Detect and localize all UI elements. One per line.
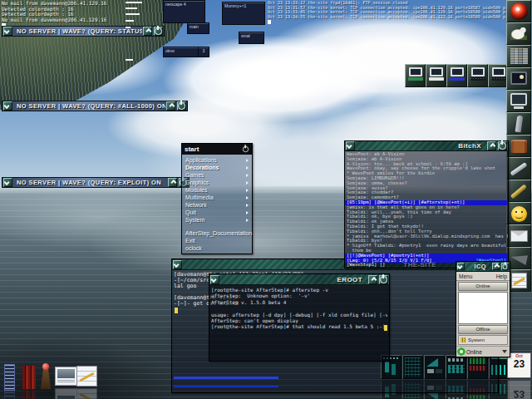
wharf-tile-computer-white[interactable]: [426, 64, 446, 87]
computer-icon: [471, 67, 485, 76]
computer-base: [470, 77, 485, 81]
chevron-down-icon: [4, 103, 10, 109]
titlebar[interactable]: BitchX: [345, 141, 508, 151]
help-button[interactable]: Help: [496, 273, 507, 279]
iconify-button[interactable]: [3, 101, 12, 111]
chevron-up-icon: [169, 103, 175, 109]
mini-window-mummy[interactable]: Mummy+<1: [222, 2, 265, 25]
wharf-tile-goldpen[interactable]: [506, 180, 531, 202]
computer-icon: [430, 67, 443, 76]
icon-notepad[interactable]: [76, 366, 97, 387]
wharf-tile-computer-green[interactable]: [405, 64, 426, 87]
menu-button[interactable]: Menu: [459, 273, 472, 279]
mini-window-okno-badge: 3: [198, 47, 209, 57]
wharf-tile-hal[interactable]: [506, 0, 531, 22]
mini-bar: [126, 2, 142, 3]
book-icon: [511, 140, 527, 153]
shade-button[interactable]: [168, 178, 177, 187]
submenu-arrow-icon: [246, 196, 249, 200]
offline-header[interactable]: Offline: [458, 325, 508, 334]
menu-item-graphics[interactable]: Graphics: [182, 179, 252, 186]
terminal-content[interactable]: [root@the-site AfterStep]# afterstep -v …: [209, 285, 389, 361]
mini-window-main[interactable]: main: [187, 22, 209, 34]
calendar-reflection: Oct 23: [507, 380, 531, 399]
wharf-tile-pencil[interactable]: [506, 157, 531, 180]
chevron-down-icon: [4, 28, 10, 34]
menu-item-label: Quit: [185, 209, 196, 215]
menu-item-system[interactable]: System: [182, 216, 252, 224]
calendar-tile[interactable]: Oct 23: [507, 352, 531, 378]
status-selector[interactable]: Online: [456, 346, 510, 357]
mini-bar: [126, 59, 133, 61]
shaded-window-all1000[interactable]: NO SERVER | WAVE? (QUERY: #ALL-1000) ON: [2, 101, 188, 111]
iconify-button[interactable]: [173, 260, 182, 269]
wharf-tile-smiley[interactable]: [506, 202, 531, 224]
computer-icon: [492, 67, 505, 76]
icon-library[interactable]: [22, 366, 36, 389]
close-button[interactable]: [154, 27, 163, 36]
icon-postcard[interactable]: [55, 367, 77, 386]
menu-item-multimedia[interactable]: Multimedia: [182, 194, 252, 201]
shade-button[interactable]: [487, 141, 496, 150]
wharf-tile-dove[interactable]: [506, 22, 531, 45]
wharf-tile-night-monitor[interactable]: [506, 67, 531, 90]
mini-window-okno[interactable]: okno: [163, 47, 201, 57]
menu-item-applications[interactable]: Applications: [182, 156, 252, 164]
menu-item-network[interactable]: Network: [182, 201, 252, 209]
shade-button[interactable]: [143, 27, 152, 36]
iconify-button[interactable]: [210, 275, 219, 284]
menu-item-quit[interactable]: Quit: [182, 209, 252, 216]
close-button[interactable]: [501, 263, 509, 270]
wharf-tile-rocket[interactable]: [506, 112, 531, 135]
power-icon[interactable]: [243, 146, 249, 152]
mail-icon: [510, 230, 528, 242]
menu-item-oclock[interactable]: oclock: [182, 244, 252, 252]
shaded-window-exploit[interactable]: NO SERVER | WAVE? (QUERY: EXPLOIT) ON: [2, 177, 190, 188]
iconify-button[interactable]: [457, 263, 465, 270]
wharf-tile-book[interactable]: [506, 135, 531, 157]
mini-window-smal[interactable]: smal: [239, 32, 264, 44]
terminal-cursor: [384, 325, 387, 331]
statue-ball: [42, 363, 49, 370]
mini-window-netscape[interactable]: netscape 4: [163, 0, 205, 23]
menu-item-decorations[interactable]: Decorations: [182, 164, 252, 171]
contact-list[interactable]: [458, 292, 508, 324]
close-button[interactable]: [379, 275, 388, 284]
menu-item-games[interactable]: Games: [182, 171, 252, 179]
irc-content[interactable]: WavePoet: ab A-Vision Semjaza: ab A-Visi…: [345, 151, 508, 268]
menu-item-modules[interactable]: Modules: [182, 186, 252, 194]
mini-bar: [126, 20, 134, 22]
wharf-tile-workstation-1[interactable]: [467, 64, 488, 87]
online-header[interactable]: Online: [458, 282, 508, 291]
wharf-tile-mail[interactable]: [506, 224, 531, 247]
icon-asmail[interactable]: [4, 364, 15, 391]
titlebar[interactable]: EROOT: [209, 274, 389, 285]
wharf-tile-monitor[interactable]: [506, 90, 531, 112]
start-menu-titlebar[interactable]: start: [182, 144, 252, 155]
window-title: EROOT: [220, 276, 367, 283]
close-button[interactable]: [177, 101, 186, 111]
shade-button[interactable]: [166, 101, 175, 111]
submenu-arrow-icon: [246, 211, 249, 214]
menu-item-exit[interactable]: Exit: [182, 237, 252, 244]
close-button[interactable]: [498, 141, 507, 150]
terminal-line: usage: afterstep [-d dpy] [-debug] [-f x…: [211, 312, 387, 318]
wharf-tile-computer-blue[interactable]: [446, 64, 467, 87]
statue-body: [41, 368, 51, 389]
menu-item-label: oclock: [185, 245, 202, 251]
submenu-arrow-icon: [246, 189, 249, 192]
monitor-base: [514, 106, 524, 109]
night-monitor-icon: [510, 71, 527, 85]
console-line: No mail from davemann@206.41.129.16: [2, 17, 168, 23]
shaded-window-status[interactable]: NO SERVER | WAVE? (QUERY: STATUS) ON: [2, 26, 165, 37]
icon-statue[interactable]: [38, 363, 53, 389]
menu-item-documentation[interactable]: AfterStep_Documentation: [182, 229, 252, 237]
shade-button[interactable]: [368, 275, 377, 284]
shade-button[interactable]: [492, 263, 500, 270]
titlebar[interactable]: ICQ: [456, 262, 510, 272]
iconify-button[interactable]: [3, 178, 12, 187]
iconify-button[interactable]: [3, 27, 12, 36]
wharf-tile-city[interactable]: [506, 45, 531, 67]
iconify-button[interactable]: [346, 141, 355, 150]
system-button[interactable]: System: [458, 335, 508, 345]
